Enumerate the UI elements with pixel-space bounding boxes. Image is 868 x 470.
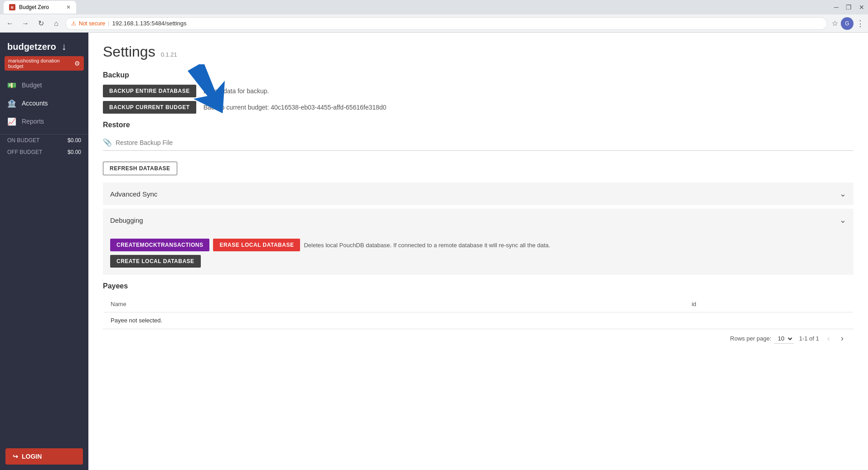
main-content: Settings 0.1.21 Backup BACKUP ENTIRE DAT…	[88, 33, 868, 470]
rows-per-page-select[interactable]: 10 25 50	[774, 334, 794, 344]
page-header: Settings 0.1.21	[103, 43, 853, 60]
advanced-sync-title: Advanced Sync	[110, 190, 157, 198]
bookmark-icon[interactable]: ☆	[832, 19, 838, 28]
tab-close-button[interactable]: ✕	[66, 4, 71, 10]
tab-favicon: B	[9, 4, 15, 10]
restore-input-wrap[interactable]: 📎	[103, 134, 853, 151]
window-controls: ─ ❐ ✕	[834, 4, 864, 11]
reports-icon: 📈	[7, 117, 16, 126]
login-label: LOGIN	[22, 453, 42, 460]
sidebar-item-reports[interactable]: 📈 Reports	[0, 112, 88, 130]
reload-button[interactable]: ↻	[34, 17, 47, 30]
on-budget-row: ON BUDGET $0.00	[0, 134, 88, 146]
off-budget-label: OFF BUDGET	[7, 149, 42, 155]
refresh-database-button[interactable]: REFRESH DATABASE	[103, 162, 177, 175]
budget-icon: 💵	[7, 81, 16, 90]
browser-titlebar: B Budget Zero ✕ ─ ❐ ✕	[0, 0, 868, 14]
accounts-icon: 🏦	[7, 99, 16, 108]
app-container: budgetzero ↓ mariushosting donation budg…	[0, 33, 868, 470]
debugging-chevron-icon: ⌄	[839, 215, 846, 225]
sidebar-label-budget: Budget	[22, 82, 42, 89]
browser-toolbar: ← → ↻ ⌂ ⚠ Not secure | 192.168.1.135:548…	[0, 14, 868, 33]
backup-current-budget-row: BACKUP CURRENT BUDGET Backup current bud…	[103, 101, 853, 114]
create-local-database-button[interactable]: CREATE LOCAL DATABASE	[110, 255, 201, 268]
pagination-next-button[interactable]: ›	[838, 333, 846, 344]
payees-table-header-row: Name id	[103, 296, 853, 312]
advanced-sync-chevron-icon: ⌄	[839, 189, 846, 199]
restore-icon[interactable]: ❐	[846, 4, 852, 11]
refresh-database-section: REFRESH DATABASE	[103, 162, 853, 175]
payees-table: Name id Payee not selected.	[103, 296, 853, 329]
minimize-icon[interactable]: ─	[834, 4, 839, 11]
backup-section: Backup BACKUP ENTIRE DATABASE Export dat…	[103, 71, 853, 114]
attachment-icon: 📎	[103, 138, 112, 147]
back-button[interactable]: ←	[4, 17, 16, 30]
page-version: 0.1.21	[161, 51, 177, 58]
sidebar-item-accounts[interactable]: 🏦 Accounts	[0, 94, 88, 112]
browser-profile[interactable]: G	[841, 17, 853, 30]
payees-table-footer: Rows per page: 10 25 50 1-1 of 1 ‹ ›	[103, 329, 853, 348]
backup-entire-database-button[interactable]: BACKUP ENTIRE DATABASE	[103, 85, 196, 97]
restore-section-title: Restore	[103, 121, 853, 129]
logo-text-part1: budget	[7, 42, 38, 52]
debug-buttons-row: CREATEMOCKTRANSACTIONS ERASE LOCAL DATAB…	[110, 239, 846, 251]
address-bar[interactable]: ⚠ Not secure | 192.168.1.135:5484/settin…	[65, 17, 827, 30]
logo-text: budgetzero	[7, 42, 56, 52]
debugging-title: Debugging	[110, 216, 143, 224]
sidebar-budget-info: ON BUDGET $0.00 OFF BUDGET $0.00	[0, 134, 88, 158]
rows-per-page-control: Rows per page: 10 25 50	[730, 334, 794, 344]
payees-section-title: Payees	[103, 282, 853, 290]
erase-local-desc: Deletes local PouchDB database. If conne…	[304, 242, 550, 249]
restore-section: Restore 📎	[103, 121, 853, 151]
tab-title: Budget Zero	[19, 4, 49, 10]
debugging-section: Debugging ⌄ CREATEMOCKTRANSACTIONS ERASE…	[103, 209, 853, 275]
logo-arrow-icon: ↓	[62, 41, 67, 53]
not-secure-label: Not secure	[79, 20, 105, 27]
backup-entire-db-desc: Export data for backup.	[204, 87, 269, 95]
advanced-sync-header[interactable]: Advanced Sync ⌄	[103, 182, 853, 205]
off-budget-row: OFF BUDGET $0.00	[0, 146, 88, 158]
backup-entire-db-row: BACKUP ENTIRE DATABASE Export data for b…	[103, 85, 853, 97]
address-text: 192.168.1.135:5484/settings	[112, 20, 186, 27]
sidebar-item-budget[interactable]: 💵 Budget	[0, 76, 88, 94]
logo-text-part2: zero	[38, 42, 56, 52]
forward-button[interactable]: →	[19, 17, 32, 30]
security-warning-icon: ⚠	[71, 20, 76, 27]
advanced-sync-section: Advanced Sync ⌄	[103, 182, 853, 205]
sidebar-label-reports: Reports	[22, 118, 44, 125]
rows-per-page-label: Rows per page:	[730, 335, 771, 342]
settings-gear-icon[interactable]: ⚙	[74, 60, 80, 67]
on-budget-label: ON BUDGET	[7, 137, 39, 144]
backup-section-title: Backup	[103, 71, 853, 79]
pagination-prev-button[interactable]: ‹	[824, 333, 833, 344]
backup-current-budget-desc: Backup current budget: 40c16538-eb03-445…	[204, 104, 387, 111]
sidebar: budgetzero ↓ mariushosting donation budg…	[0, 33, 88, 470]
sidebar-budget-name: mariushosting donation budget ⚙	[5, 56, 84, 71]
payees-section: Payees Name id Payee not selected.	[103, 282, 853, 348]
login-icon: ↪	[13, 453, 18, 460]
payees-col-id: id	[684, 296, 853, 312]
pagination-info: 1-1 of 1	[799, 335, 819, 342]
debugging-content: CREATEMOCKTRANSACTIONS ERASE LOCAL DATAB…	[103, 231, 853, 275]
on-budget-amount: $0.00	[68, 137, 81, 144]
sidebar-logo: budgetzero ↓	[0, 33, 88, 56]
home-button[interactable]: ⌂	[50, 17, 63, 30]
sidebar-label-accounts: Accounts	[22, 100, 48, 107]
off-budget-amount: $0.00	[68, 149, 81, 155]
erase-local-database-button[interactable]: ERASE LOCAL DATABASE	[213, 239, 300, 251]
table-row: Payee not selected.	[103, 312, 853, 329]
page-title: Settings	[103, 43, 155, 60]
login-button[interactable]: ↪ LOGIN	[5, 448, 83, 465]
restore-file-input[interactable]	[116, 139, 853, 146]
browser-menu-icon[interactable]: ⋮	[856, 19, 864, 29]
browser-chrome: B Budget Zero ✕ ─ ❐ ✕ ← → ↻ ⌂ ⚠ Not secu…	[0, 0, 868, 33]
browser-tab[interactable]: B Budget Zero ✕	[4, 1, 76, 14]
debugging-header[interactable]: Debugging ⌄	[103, 209, 853, 231]
close-window-icon[interactable]: ✕	[859, 4, 864, 11]
payees-col-name: Name	[103, 296, 684, 312]
create-mock-transactions-button[interactable]: CREATEMOCKTRANSACTIONS	[110, 239, 209, 251]
backup-current-budget-button[interactable]: BACKUP CURRENT BUDGET	[103, 101, 196, 114]
payee-empty-message: Payee not selected.	[103, 312, 684, 329]
